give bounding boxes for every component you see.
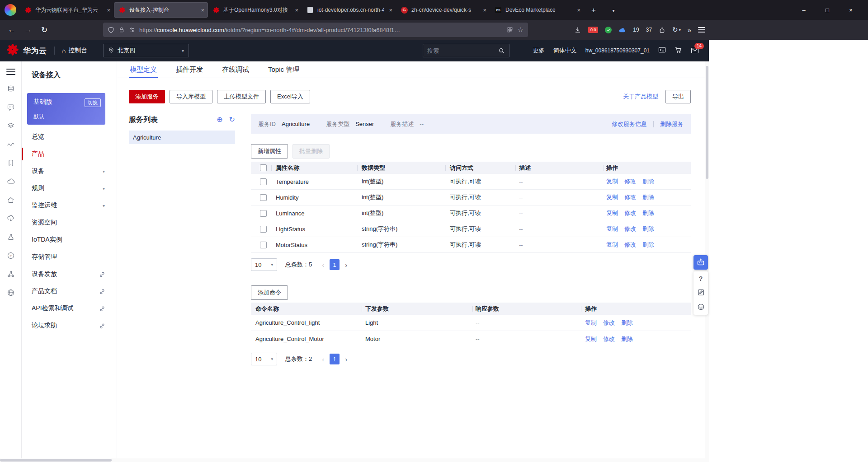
modify-link[interactable]: 修改 bbox=[624, 194, 636, 201]
delete-link[interactable]: 删除 bbox=[642, 210, 654, 216]
sidebar-item-monitoring[interactable]: 监控运维▾ bbox=[22, 197, 117, 214]
prev-page-icon[interactable]: ‹ bbox=[322, 261, 324, 269]
reload-button[interactable]: ↻ bbox=[38, 23, 51, 36]
browser-tab-4[interactable]: iot-developer.obs.cn-north-4… × bbox=[302, 2, 396, 18]
messages-icon[interactable]: 14 bbox=[691, 47, 699, 55]
copy-link[interactable]: 复制 bbox=[606, 241, 618, 248]
sidebar-item-overview[interactable]: 总览 bbox=[22, 128, 117, 145]
sidebar-item-product[interactable]: 产品 bbox=[22, 145, 117, 163]
delete-link[interactable]: 删除 bbox=[642, 194, 654, 201]
permissions-sliders-icon[interactable] bbox=[129, 27, 135, 33]
address-bar[interactable]: https://console.huaweicloud.com/iotdm/?r… bbox=[103, 23, 528, 37]
cloud-download-icon[interactable] bbox=[7, 215, 15, 223]
ip-address-icon[interactable]: IP bbox=[7, 252, 15, 260]
username[interactable]: hw_008618750930307_01 bbox=[585, 47, 650, 54]
delete-link[interactable]: 删除 bbox=[642, 178, 654, 185]
modify-link[interactable]: 修改 bbox=[603, 336, 615, 342]
tracking-shield-icon[interactable] bbox=[108, 27, 114, 33]
delete-link[interactable]: 删除 bbox=[621, 336, 633, 342]
browser-tab-5[interactable]: G zh-cn/device-dev/quick-s × bbox=[396, 2, 490, 18]
window-maximize-button[interactable]: □ bbox=[816, 0, 839, 20]
modify-link[interactable]: 修改 bbox=[624, 210, 636, 216]
tab-plugin-development[interactable]: 插件开发 bbox=[175, 61, 204, 78]
add-service-button[interactable]: 添加服务 bbox=[129, 90, 165, 103]
tab-close-icon[interactable]: × bbox=[295, 7, 298, 14]
share-icon[interactable] bbox=[659, 27, 665, 33]
modify-service-link[interactable]: 修改服务信息 bbox=[612, 120, 647, 128]
vertical-scrollbar-thumb[interactable] bbox=[706, 66, 708, 179]
about-product-model-link[interactable]: 关于产品模型 bbox=[623, 93, 658, 101]
globe-icon[interactable] bbox=[7, 289, 15, 297]
next-page-icon[interactable]: › bbox=[345, 355, 347, 363]
modify-link[interactable]: 修改 bbox=[624, 178, 636, 185]
page-size-select[interactable]: 10 ▾ bbox=[251, 353, 277, 365]
app-menu-icon[interactable] bbox=[698, 27, 705, 33]
search-input[interactable] bbox=[427, 47, 498, 54]
row-checkbox[interactable] bbox=[260, 242, 267, 248]
assistant-robot-button[interactable] bbox=[693, 255, 708, 270]
green-extension-icon[interactable] bbox=[605, 27, 612, 33]
tab-close-icon[interactable]: × bbox=[577, 7, 580, 14]
modify-link[interactable]: 修改 bbox=[624, 241, 636, 248]
export-button[interactable]: 导出 bbox=[665, 90, 691, 103]
database-icon[interactable] bbox=[7, 85, 15, 93]
nodes-icon[interactable] bbox=[7, 270, 15, 278]
sidebar-item-resource-space[interactable]: 资源空间 bbox=[22, 214, 117, 231]
row-checkbox[interactable] bbox=[260, 178, 267, 185]
lock-icon[interactable] bbox=[118, 27, 125, 33]
page-size-select[interactable]: 10 ▾ bbox=[251, 258, 277, 271]
feedback-button[interactable] bbox=[697, 289, 705, 296]
flask-icon[interactable] bbox=[7, 233, 15, 241]
qr-code-icon[interactable] bbox=[507, 27, 513, 33]
language-switch[interactable]: 简体中文 bbox=[553, 47, 577, 55]
refresh-icon[interactable]: ↻ bbox=[229, 116, 235, 123]
sync-icon[interactable]: ↻▾ bbox=[672, 26, 681, 34]
overflow-menu-icon[interactable]: » bbox=[688, 26, 691, 34]
collapse-menu-icon[interactable] bbox=[6, 69, 15, 75]
chat-icon[interactable] bbox=[7, 103, 15, 112]
tab-close-icon[interactable]: × bbox=[201, 7, 204, 14]
monitor-waves-icon[interactable] bbox=[7, 140, 15, 149]
excel-import-button[interactable]: Excel导入 bbox=[270, 90, 310, 103]
brand-name[interactable]: 华为云 bbox=[23, 46, 47, 56]
extension-counter-badge[interactable]: 19 bbox=[633, 27, 639, 33]
edition-card[interactable]: 基础版 切换 默认 bbox=[27, 93, 105, 125]
sidebar-item-forum[interactable]: 论坛求助 bbox=[22, 317, 117, 334]
tab-topic-management[interactable]: Topic 管理 bbox=[267, 61, 300, 78]
cart-icon[interactable] bbox=[675, 46, 682, 55]
tab-close-icon[interactable]: × bbox=[483, 7, 486, 14]
browser-tab-1[interactable]: 华为云物联网平台_华为云 × bbox=[20, 2, 114, 18]
browser-tab-3[interactable]: 基于OpenHarmony3.0对接 × bbox=[208, 2, 302, 18]
sidebar-item-provisioning[interactable]: 设备发放 bbox=[22, 266, 117, 283]
copy-link[interactable]: 复制 bbox=[606, 225, 618, 232]
add-property-button[interactable]: 新增属性 bbox=[251, 144, 288, 159]
bookmark-star-icon[interactable]: ☆ bbox=[518, 26, 524, 34]
import-library-model-button[interactable]: 导入库模型 bbox=[170, 90, 212, 103]
home-service-icon[interactable] bbox=[7, 196, 15, 204]
sidebar-item-storage[interactable]: 存储管理 bbox=[22, 248, 117, 266]
delete-link[interactable]: 删除 bbox=[621, 319, 633, 326]
extension-counter-badge[interactable]: 37 bbox=[646, 27, 652, 33]
adblock-extension-badge[interactable]: 0.0 bbox=[588, 27, 598, 33]
more-link[interactable]: 更多 bbox=[533, 47, 545, 55]
copy-link[interactable]: 复制 bbox=[606, 210, 618, 216]
list-all-tabs-icon[interactable]: ▾ bbox=[608, 5, 619, 16]
tab-online-debug[interactable]: 在线调试 bbox=[221, 61, 250, 78]
browser-tab-2-active[interactable]: 设备接入-控制台 × bbox=[114, 2, 208, 18]
forward-button[interactable]: → bbox=[22, 23, 34, 36]
cli-terminal-icon[interactable] bbox=[658, 46, 666, 55]
service-list-item-selected[interactable]: Agriculture bbox=[129, 131, 235, 144]
cloud-extension-icon[interactable] bbox=[618, 26, 626, 34]
sidebar-item-docs[interactable]: 产品文档 bbox=[22, 283, 117, 300]
delete-link[interactable]: 删除 bbox=[642, 225, 654, 232]
add-command-button[interactable]: 添加命令 bbox=[251, 285, 288, 300]
sidebar-item-api-explorer[interactable]: API检索和调试 bbox=[22, 300, 117, 317]
sidebar-item-rules[interactable]: 规则▾ bbox=[22, 180, 117, 197]
huawei-logo[interactable] bbox=[6, 43, 19, 58]
delete-service-link[interactable]: 删除服务 bbox=[660, 120, 684, 128]
browser-tab-6[interactable]: OS DevEco Marketplace × bbox=[490, 2, 584, 18]
select-all-checkbox[interactable] bbox=[260, 164, 267, 171]
copy-link[interactable]: 复制 bbox=[585, 319, 597, 326]
modify-link[interactable]: 修改 bbox=[624, 225, 636, 232]
downloads-icon[interactable] bbox=[574, 26, 581, 33]
